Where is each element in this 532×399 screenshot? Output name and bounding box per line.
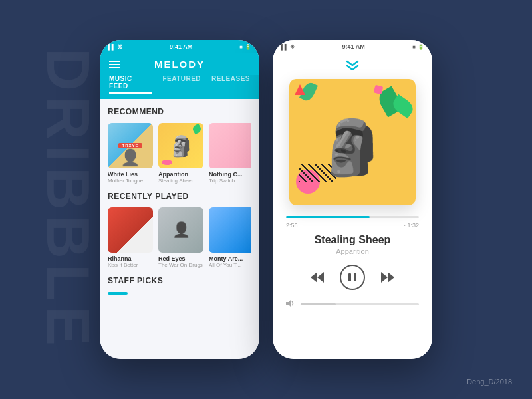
phone-player: ▌▌ ☀ 9:41 AM ⎈ 🔋 (273, 40, 432, 359)
status-time-1: 9:41 AM (170, 43, 192, 50)
hamburger-line (109, 64, 120, 65)
hamburger-menu[interactable] (109, 61, 120, 68)
statue-icon: 🗿 (319, 116, 386, 179)
album-art-nothing (209, 123, 251, 168)
app-title: MELODY (154, 59, 205, 70)
card-title-1: White Lies (108, 171, 153, 178)
card-white-lies[interactable]: TRXYE 👤 White Lies Mother Tongue (108, 123, 153, 184)
album-art-rihanna (108, 207, 153, 253)
tab-music-feed[interactable]: MUSIC FEED (109, 75, 152, 94)
svg-marker-0 (311, 272, 317, 283)
tab-releases[interactable]: RELEASES (211, 75, 250, 94)
signal-icon: ▌▌ (108, 44, 115, 50)
tab-featured[interactable]: FEATURED (162, 75, 201, 94)
album-art-red-eyes: 👤 (158, 207, 203, 253)
card-title-5: Red Eyes (158, 255, 203, 262)
bluetooth-icon-2: ⎈ (412, 44, 416, 50)
face-3: 👤 (172, 221, 190, 239)
card-apparition[interactable]: 🗿 Apparition Stealing Sheep (158, 123, 203, 184)
status-battery-2: ⎈ 🔋 (412, 44, 424, 50)
face-1: 👤 (120, 148, 140, 167)
track-info: Stealing Sheep Apparition (315, 234, 391, 255)
progress-fill (286, 216, 370, 218)
nav-bar: MELODY (100, 53, 259, 75)
tab-bar: MUSIC FEED FEATURED RELEASES (100, 75, 259, 99)
album-art-apparition: 🗿 (158, 123, 203, 168)
svg-marker-1 (317, 272, 324, 283)
phone-feed: ▌▌ ⌘ 9:41 AM ⎈ 🔋 MELODY MUSIC FEED FEATU… (100, 40, 259, 359)
progress-bar[interactable] (286, 216, 419, 218)
card-red-eyes[interactable]: 👤 Red Eyes The War On Drugs (158, 207, 203, 268)
phones-container: ▌▌ ⌘ 9:41 AM ⎈ 🔋 MELODY MUSIC FEED FEATU… (100, 40, 432, 359)
recommend-grid: TRXYE 👤 White Lies Mother Tongue 🗿 (108, 123, 251, 184)
pink-deco (162, 160, 172, 165)
status-time-2: 9:41 AM (342, 43, 365, 50)
volume-bar[interactable] (301, 303, 419, 305)
status-bar-phone1: ▌▌ ⌘ 9:41 AM ⎈ 🔋 (100, 40, 259, 53)
card-artist-1: Mother Tongue (108, 178, 153, 184)
card-artist-3: Trip Switch (209, 178, 251, 184)
svg-marker-6 (286, 300, 291, 307)
volume-icon (286, 299, 295, 309)
wifi-icon-2: ☀ (290, 44, 295, 50)
card-artist-6: All Of You T... (209, 262, 251, 268)
recently-played-grid: Rihanna Kiss It Better 👤 Red Eyes The Wa… (108, 207, 251, 268)
wifi-icon: ⌘ (117, 44, 122, 50)
status-bar-phone2: ▌▌ ☀ 9:41 AM ⎈ 🔋 (273, 40, 432, 53)
card-title-2: Apparition (158, 171, 203, 178)
card-monty[interactable]: Monty Are... All Of You T... (209, 207, 251, 268)
track-title: Stealing Sheep (315, 234, 391, 246)
feed-content: RECOMMEND TRXYE 👤 White Lies Mother Tong… (100, 99, 259, 359)
staff-picks-underline (108, 292, 128, 295)
progress-times: 2:56 · 1:32 (286, 222, 419, 229)
card-title-6: Monty Are... (209, 255, 251, 262)
status-battery-1: ⎈ 🔋 (239, 44, 251, 50)
hamburger-line (109, 61, 120, 62)
svg-rect-3 (354, 273, 356, 281)
svg-marker-5 (388, 272, 394, 283)
album-art-white-lies: TRXYE 👤 (108, 123, 153, 168)
prev-button[interactable] (311, 272, 324, 283)
time-total: · 1:32 (404, 222, 419, 229)
card-artist-4: Kiss It Better (108, 262, 153, 268)
face-2: 🗿 (169, 134, 194, 158)
card-artist-2: Stealing Sheep (158, 178, 203, 184)
play-pause-button[interactable] (340, 265, 365, 290)
credit-text: Deng_D/2018 (467, 378, 512, 386)
svg-marker-4 (381, 272, 388, 283)
bluetooth-icon: ⎈ (239, 44, 243, 50)
card-title-3: Nothing C... (209, 171, 251, 178)
playback-controls (311, 265, 394, 290)
leaf-deco (192, 124, 202, 134)
chevron-double-icon (344, 60, 360, 72)
hamburger-line (109, 67, 120, 68)
time-current: 2:56 (286, 222, 298, 229)
progress-section: 2:56 · 1:32 (286, 216, 419, 229)
svg-rect-2 (348, 273, 351, 281)
tape-label: TRXYE (118, 143, 142, 148)
recently-played-title: RECENTLY PLAYED (108, 192, 251, 201)
status-signal-2: ▌▌ ☀ (281, 44, 295, 50)
card-rihanna[interactable]: Rihanna Kiss It Better (108, 207, 153, 268)
card-title-4: Rihanna (108, 255, 153, 262)
volume-section (286, 299, 419, 309)
status-signal: ▌▌ ⌘ (108, 44, 122, 50)
card-artist-5: The War On Drugs (158, 262, 203, 268)
battery-icon: 🔋 (245, 44, 251, 50)
album-art-large: 🗿 (289, 79, 416, 205)
volume-fill (301, 303, 336, 305)
next-button[interactable] (381, 272, 394, 283)
album-art-monty (209, 207, 251, 253)
staff-picks-title: STAFF PICKS (108, 276, 251, 285)
track-album: Apparition (315, 247, 391, 255)
recommend-title: RECOMMEND (108, 107, 251, 116)
collapse-player-btn[interactable] (286, 60, 419, 72)
player-content: 🗿 2:56 · 1:32 Stealing Sheep Apparition (273, 53, 432, 359)
battery-icon-2: 🔋 (418, 44, 424, 50)
dribble-watermark: DRIBBLE (33, 48, 102, 351)
card-nothing[interactable]: Nothing C... Trip Switch (209, 123, 251, 184)
signal-icon-2: ▌▌ (281, 44, 288, 50)
art-apparition-large: 🗿 (289, 79, 416, 205)
